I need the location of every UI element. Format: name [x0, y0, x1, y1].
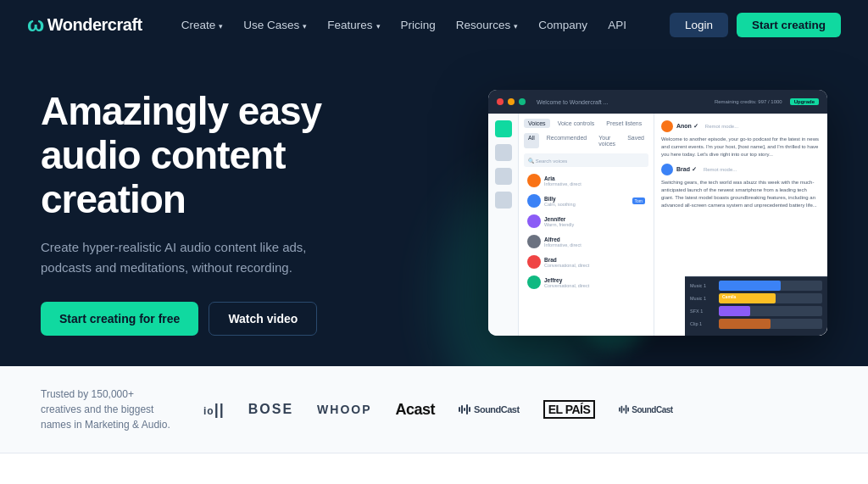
mockup-sidebar — [488, 114, 519, 336]
soundcast-waveform-icon — [459, 403, 470, 415]
hero-left: Amazingly easy audio content creation Cr… — [41, 90, 431, 336]
mockup-timeline: Music 1 Music 1 Camila — [685, 276, 827, 336]
svg-rect-9 — [628, 407, 630, 411]
sidebar-icon-4[interactable] — [495, 192, 512, 209]
track-label-3: SFX 1 — [690, 309, 715, 314]
tab-voice-controls[interactable]: Voice controls — [554, 119, 599, 128]
what-section: What do you want to create today? Create… — [0, 453, 868, 484]
voice-row-aria[interactable]: Aria Informative, direct — [524, 171, 648, 190]
avatar-jeffrey — [527, 275, 541, 289]
voice-info-aria: Aria Informative, direct — [544, 175, 645, 186]
sidebar-voices-icon[interactable] — [495, 120, 512, 137]
voice-row-jennifer[interactable]: Jennifer Warm, friendly — [524, 212, 648, 231]
voice-tag-alfred: Informative, direct — [544, 242, 645, 248]
speaker-header-2: Brad ✓ Remot mode... — [661, 164, 821, 175]
voice-tag-jeffrey: Conversational, direct — [544, 283, 645, 288]
svg-rect-4 — [469, 407, 470, 412]
nav-item-usecases[interactable]: Use Cases — [235, 14, 315, 36]
speaker-avatar — [661, 120, 673, 132]
trusted-logos: io|| BOSE WHOOP Acast SoundCast EL PAÍS … — [203, 400, 827, 419]
nav-links: Create Use Cases Features Pricing Resour… — [173, 14, 670, 36]
voice-row-alfred[interactable]: Alfred Informative, direct — [524, 232, 648, 251]
brand-name: Wondercraft — [47, 15, 142, 35]
nav-item-company[interactable]: Company — [530, 14, 596, 36]
tab-preset-listens[interactable]: Preset listens — [602, 119, 646, 128]
svg-rect-3 — [466, 404, 468, 414]
window-minimize-dot — [508, 98, 515, 105]
mockup-search-input[interactable]: 🔍 Search voices — [524, 153, 648, 167]
logo-whoop: WHOOP — [317, 403, 371, 416]
upgrade-badge[interactable]: Upgrade — [790, 98, 819, 105]
timeline-track-4: Clip 1 — [690, 319, 822, 329]
speaker-avatar-2 — [661, 164, 673, 175]
app-mockup: Welcome to Wondercraft ... Remaining cre… — [488, 90, 827, 336]
track-bar-1[interactable] — [719, 281, 822, 291]
chevron-down-icon — [514, 19, 518, 31]
voice-name-alfred: Alfred — [544, 236, 645, 242]
voice-row-jeffrey[interactable]: Jeffrey Conversational, direct — [524, 273, 648, 292]
start-creating-button[interactable]: Start creating — [737, 13, 841, 37]
track-label-2: Music 1 — [690, 296, 715, 301]
sub-tab-all[interactable]: All — [524, 133, 539, 148]
track-label-4: Clip 1 — [690, 321, 715, 326]
voice-row-billy[interactable]: Billy Calm, soothing Tom — [524, 192, 648, 210]
nav-item-resources[interactable]: Resources — [448, 14, 527, 36]
svg-rect-2 — [464, 408, 465, 411]
chevron-down-icon — [376, 19, 381, 31]
svg-rect-8 — [626, 405, 627, 414]
nav-item-api[interactable]: API — [599, 14, 635, 36]
logo-soundcast: SoundCast — [459, 403, 520, 415]
voice-tag-aria: Informative, direct — [544, 181, 645, 186]
bar-fill-3 — [719, 306, 750, 316]
voice-badge-tom: Tom — [632, 197, 645, 204]
logo-ion: io|| — [203, 402, 225, 417]
avatar-alfred — [527, 235, 541, 248]
mockup-title: Welcome to Wondercraft ... — [537, 99, 609, 105]
navbar: ω Wondercraft Create Use Cases Features … — [0, 0, 868, 49]
watch-video-button[interactable]: Watch video — [209, 302, 317, 336]
mockup-voices-panel: Voices Voice controls Preset listens All… — [519, 114, 654, 336]
sub-tab-your-voices[interactable]: Your voices — [594, 133, 620, 148]
voice-name-billy: Billy — [544, 196, 629, 202]
voice-name-aria: Aria — [544, 175, 645, 181]
track-bar-2[interactable]: Camila — [719, 293, 822, 303]
speaker-header: Anon ✓ Remot mode... — [661, 120, 821, 132]
sidebar-icon-3[interactable] — [495, 168, 512, 185]
sidebar-icon-2[interactable] — [495, 144, 512, 161]
voice-row-brad[interactable]: Brad Conversational, direct — [524, 253, 648, 271]
voice-name-jeffrey: Jeffrey — [544, 277, 645, 283]
track-bar-3[interactable] — [719, 306, 822, 316]
search-placeholder-text: 🔍 Search voices — [528, 158, 567, 164]
nav-item-features[interactable]: Features — [319, 14, 388, 36]
logo-elpais: EL PAÍS — [543, 400, 596, 419]
login-button[interactable]: Login — [670, 13, 728, 37]
window-close-dot — [497, 98, 504, 105]
hero-section: Amazingly easy audio content creation Cr… — [0, 49, 868, 366]
sub-tab-saved[interactable]: Saved — [623, 133, 648, 148]
mockup-tabs: Voices Voice controls Preset listens — [524, 119, 648, 128]
logo-soundcast2: SoundCast — [619, 404, 672, 414]
hero-subtitle: Create hyper-realistic AI audio content … — [41, 237, 329, 278]
nav-item-pricing[interactable]: Pricing — [392, 14, 444, 36]
voice-name-brad: Brad — [544, 257, 645, 263]
track-bar-4[interactable] — [719, 319, 822, 329]
voice-tag-brad: Conversational, direct — [544, 263, 645, 268]
mockup-content-text: Switching gears, the tech world was abuz… — [661, 179, 821, 209]
start-creating-free-button[interactable]: Start creating for free — [41, 302, 198, 336]
logo-bose: BOSE — [248, 402, 293, 417]
voice-tag-jennifer: Warm, friendly — [544, 222, 645, 227]
record-mode-label: Remot mode... — [705, 124, 738, 129]
avatar-brad — [527, 255, 541, 269]
logo[interactable]: ω Wondercraft — [27, 13, 142, 36]
voice-tag-billy: Calm, soothing — [544, 202, 629, 207]
track-label-1: Music 1 — [690, 283, 715, 288]
window-maximize-dot — [519, 98, 526, 105]
hero-title: Amazingly easy audio content creation — [41, 90, 431, 222]
mockup-topbar: Welcome to Wondercraft ... Remaining cre… — [488, 90, 827, 114]
logo-icon: ω — [27, 13, 44, 36]
speaker-name: Anon ✓ — [676, 123, 698, 130]
tab-voices[interactable]: Voices — [524, 119, 550, 128]
timeline-track-1: Music 1 — [690, 281, 822, 291]
sub-tab-recommended[interactable]: Recommended — [542, 133, 591, 148]
nav-item-create[interactable]: Create — [173, 14, 232, 36]
